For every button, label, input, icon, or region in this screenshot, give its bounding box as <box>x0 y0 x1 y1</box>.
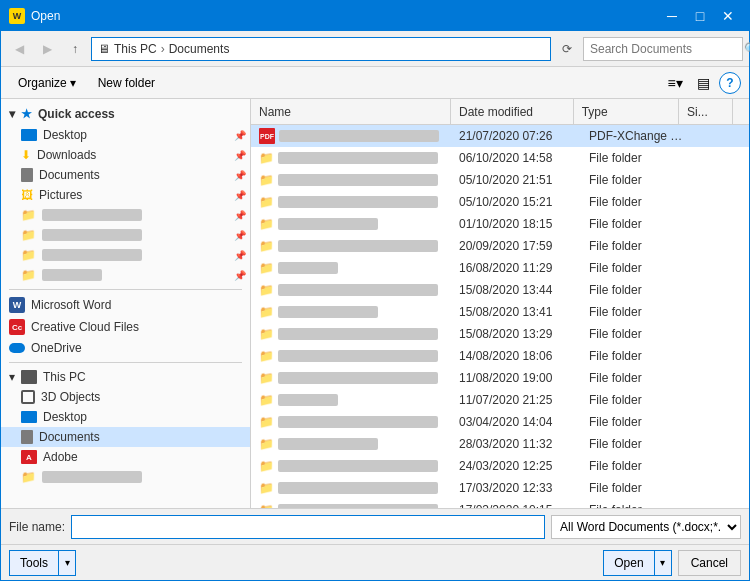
forward-button[interactable]: ▶ <box>35 37 59 61</box>
cancel-button[interactable]: Cancel <box>678 550 741 576</box>
open-button[interactable]: Open <box>603 550 653 576</box>
pin-icon-7: 📌 <box>234 250 246 261</box>
pin-icon-6: 📌 <box>234 230 246 241</box>
sidebar-item-cc[interactable]: Cc Creative Cloud Files <box>1 316 250 338</box>
open-dropdown-arrow[interactable]: ▾ <box>654 550 672 576</box>
sidebar-item-word[interactable]: W Microsoft Word <box>1 294 250 316</box>
table-row[interactable]: 📁 17/03/2020 12:33 File folder <box>251 477 749 499</box>
main-content: ▾ ★ Quick access Desktop 📌 ⬇ Downloads 📌… <box>1 99 749 508</box>
pin-icon: 📌 <box>234 130 246 141</box>
sidebar-item-extra-pc[interactable]: 📁 <box>1 467 250 487</box>
sidebar-pc-desktop-label: Desktop <box>43 410 87 424</box>
sidebar-extra-label-4 <box>42 269 102 281</box>
back-button[interactable]: ◀ <box>7 37 31 61</box>
tools-button[interactable]: Tools <box>9 550 58 576</box>
table-row[interactable]: 📁 20/09/2020 17:59 File folder <box>251 235 749 257</box>
word-icon: W <box>9 297 25 313</box>
sidebar-extra-label-3 <box>42 249 142 261</box>
downloads-icon: ⬇ <box>21 148 31 162</box>
search-box[interactable]: 🔍 <box>583 37 743 61</box>
help-button[interactable]: ? <box>719 72 741 94</box>
desktop-folder-icon <box>21 129 37 141</box>
address-this-pc: This PC <box>114 42 157 56</box>
filename-input[interactable] <box>71 515 545 539</box>
sidebar-item-extra-4[interactable]: 📁 📌 <box>1 265 250 285</box>
table-row[interactable]: 📁 06/10/2020 14:58 File folder <box>251 147 749 169</box>
folder-icon: 📁 <box>259 437 274 451</box>
sidebar-item-adobe[interactable]: A Adobe <box>1 447 250 467</box>
sidebar-item-documents[interactable]: Documents 📌 <box>1 165 250 185</box>
organize-button[interactable]: Organize ▾ <box>9 71 85 95</box>
table-row[interactable]: 📁 11/08/2020 19:00 File folder <box>251 367 749 389</box>
sidebar-item-pictures[interactable]: 🖼 Pictures 📌 <box>1 185 250 205</box>
folder-icon: 📁 <box>259 481 274 495</box>
view-options-button[interactable]: ≡▾ <box>663 71 687 95</box>
filetype-select[interactable]: All Word Documents (*.docx;*.* <box>551 515 741 539</box>
sidebar-item-onedrive[interactable]: OneDrive <box>1 338 250 358</box>
folder-icon: 📁 <box>259 393 274 407</box>
path-separator: › <box>161 42 165 56</box>
sidebar-extra-label-2 <box>42 229 142 241</box>
col-header-name[interactable]: Name <box>251 99 451 124</box>
pc-icon <box>21 370 37 384</box>
table-row[interactable]: 📁 15/08/2020 13:41 File folder <box>251 301 749 323</box>
pin-icon-8: 📌 <box>234 270 246 281</box>
up-button[interactable]: ↑ <box>63 37 87 61</box>
table-row[interactable]: 📁 28/03/2020 11:32 File folder <box>251 433 749 455</box>
close-button[interactable]: ✕ <box>715 6 741 26</box>
sidebar-extra-pc-label <box>42 471 142 483</box>
pc-desktop-icon <box>21 411 37 423</box>
table-row[interactable]: 📁 14/08/2020 18:06 File folder <box>251 345 749 367</box>
table-row[interactable]: 📁 15/08/2020 13:29 File folder <box>251 323 749 345</box>
extra-folder-icon-1: 📁 <box>21 208 36 222</box>
sidebar-item-downloads[interactable]: ⬇ Downloads 📌 <box>1 145 250 165</box>
forward-icon: ▶ <box>43 42 52 56</box>
tools-button-group: Tools ▾ <box>9 550 76 576</box>
tools-dropdown-arrow[interactable]: ▾ <box>58 550 76 576</box>
sidebar-item-extra-1[interactable]: 📁 📌 <box>1 205 250 225</box>
table-row[interactable]: 📁 17/03/2020 10:15 File folder <box>251 499 749 508</box>
folder-icon: 📁 <box>259 305 274 319</box>
sidebar-item-3dobjects[interactable]: 3D Objects <box>1 387 250 407</box>
file-list-container: Name Date modified Type Si... PDF <box>251 99 749 508</box>
preview-pane-button[interactable]: ▤ <box>691 71 715 95</box>
table-row[interactable]: 📁 15/08/2020 13:44 File folder <box>251 279 749 301</box>
folder-icon: 📁 <box>259 151 274 165</box>
sidebar-item-extra-3[interactable]: 📁 📌 <box>1 245 250 265</box>
sidebar-item-pc-documents[interactable]: Documents <box>1 427 250 447</box>
sidebar-3dobjects-label: 3D Objects <box>41 390 100 404</box>
table-row[interactable]: 📁 16/08/2020 11:29 File folder <box>251 257 749 279</box>
new-folder-button[interactable]: New folder <box>89 71 164 95</box>
sidebar-item-pc-desktop[interactable]: Desktop <box>1 407 250 427</box>
sidebar-pc-docs-label: Documents <box>39 430 100 444</box>
refresh-button[interactable]: ⟳ <box>555 37 579 61</box>
table-row[interactable]: 📁 03/04/2020 14:04 File folder <box>251 411 749 433</box>
filename-bar: File name: All Word Documents (*.docx;*.… <box>1 508 749 544</box>
sidebar-item-desktop[interactable]: Desktop 📌 <box>1 125 250 145</box>
minimize-button[interactable]: ─ <box>659 6 685 26</box>
table-row[interactable]: 📁 24/03/2020 12:25 File folder <box>251 455 749 477</box>
col-header-size[interactable]: Si... <box>679 99 733 124</box>
sidebar-item-thispc-header[interactable]: ▾ This PC <box>1 367 250 387</box>
maximize-button[interactable]: □ <box>687 6 713 26</box>
sidebar-thispc-label: This PC <box>43 370 86 384</box>
table-row[interactable]: 📁 01/10/2020 18:15 File folder <box>251 213 749 235</box>
dialog-title: Open <box>31 9 659 23</box>
action-bar: Tools ▾ Open ▾ Cancel <box>1 544 749 580</box>
sidebar-extra-label-1 <box>42 209 142 221</box>
col-header-date[interactable]: Date modified <box>451 99 574 124</box>
col-header-type[interactable]: Type <box>574 99 679 124</box>
table-row[interactable]: PDF 27_D... 21/07/2020 07:26 PDF-XChange… <box>251 125 749 147</box>
address-path[interactable]: 🖥 This PC › Documents <box>91 37 551 61</box>
sidebar-adobe-label: Adobe <box>43 450 78 464</box>
search-input[interactable] <box>590 42 740 56</box>
sidebar-item-extra-2[interactable]: 📁 📌 <box>1 225 250 245</box>
sidebar-desktop-label: Desktop <box>43 128 87 142</box>
table-row[interactable]: 📁 05/10/2020 15:21 File folder <box>251 191 749 213</box>
table-row[interactable]: 📁 05/10/2020 21:51 File folder <box>251 169 749 191</box>
address-documents: Documents <box>169 42 230 56</box>
folder-icon: 📁 <box>259 195 274 209</box>
table-row[interactable]: 📁 11/07/2020 21:25 File folder <box>251 389 749 411</box>
toolbar-right: ≡▾ ▤ ? <box>663 71 741 95</box>
docs-folder-icon <box>21 168 33 182</box>
